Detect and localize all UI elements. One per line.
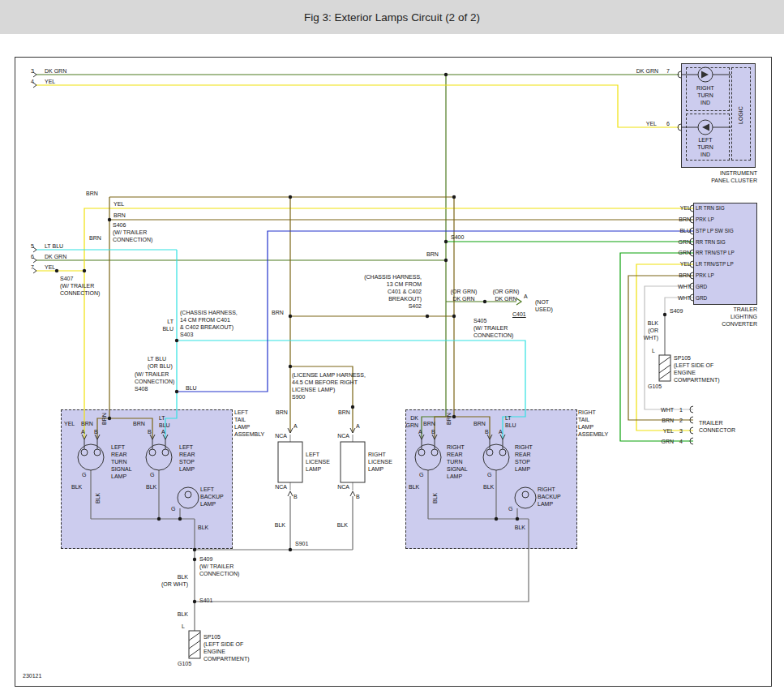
terminal-g: G <box>419 471 423 478</box>
wire-label-brn: BRN <box>276 409 288 416</box>
terminal-a: A <box>293 422 298 430</box>
wire-label-dk-grn: DK GRN <box>45 253 66 260</box>
wire-label-blk-or-wht: BLK (OR WHT) <box>154 573 188 588</box>
terminal-b: B <box>356 493 360 500</box>
terminal-g: G <box>150 471 154 478</box>
pin-number: 6 <box>24 253 34 260</box>
instrument-panel-cluster-caption: INSTRUMENT PANEL CLUSTER <box>688 169 757 184</box>
wire-label-yel: YEL <box>45 78 55 85</box>
trailer-lighting-converter-caption: TRAILER LIGHTING CONVERTER <box>696 306 757 328</box>
wire-label-lt-blu-or-blu: LT BLU (OR BLU) <box>148 355 173 370</box>
pin-number: 2 <box>679 418 688 423</box>
terminal-a: A <box>524 293 528 300</box>
terminal-g: G <box>487 471 491 478</box>
converter-signal: GRD <box>696 281 754 292</box>
wire-label-blk: BLK <box>431 493 439 503</box>
left-rear-turn-lamp-label: LEFT REAR TURN SIGNAL LAMP <box>111 443 132 480</box>
right-tail-assembly-caption: RIGHT TAIL LAMP ASSEMBLY <box>578 409 608 438</box>
wire-label-lt-blu: LT BLU <box>505 414 516 429</box>
wire-label-yel: YEL <box>114 200 124 208</box>
splice-s409-trailer: S409 (W/ TRAILER CONNECTION) <box>199 555 239 577</box>
wire-label-blk: BLK <box>94 493 101 503</box>
wire-label: BRN <box>649 270 691 281</box>
right-turn-indicator-label: RIGHT TURN IND <box>686 84 725 106</box>
wire-label: GRN <box>649 236 691 247</box>
splice-pack-sp105-label: SP105 (LEFT SIDE OF ENGINE COMPARTMENT) <box>203 633 250 662</box>
terminal-g: G <box>508 505 512 512</box>
wire-label-brn: BRN <box>89 234 101 242</box>
not-used-label: (NOT USED) <box>535 298 553 313</box>
pin-number: 4 <box>679 439 688 444</box>
terminal-g: G <box>82 471 86 478</box>
right-license-lamp-label: RIGHT LICENSE LAMP <box>368 451 392 473</box>
trailer-connector-row: GRN4 <box>645 436 688 447</box>
splice-pack-sp105-label: SP105 (LEFT SIDE OF ENGINE COMPARTMENT) <box>674 354 720 383</box>
wire-label-brn: BRN <box>86 190 98 197</box>
trailer-connector-row: WHT1 <box>645 405 688 415</box>
wire-label-dk-grn: DK GRN <box>45 67 66 75</box>
converter-signal: LR TRN SIG <box>696 203 754 214</box>
splice-s900-note: (LICENSE LAMP HARNESS, 44.5 CM BEFORE RI… <box>292 371 373 401</box>
terminal-b: B <box>148 428 152 435</box>
wire-label-brn: BRN <box>445 413 452 425</box>
wire-label-blk: BLK <box>409 483 419 491</box>
wire-label-brn: BRN <box>423 420 435 427</box>
left-turn-indicator-label: LEFT TURN IND <box>686 136 725 158</box>
ground-g105-label: G105 <box>648 383 662 390</box>
wire-label-dk-grn: DK GRN <box>404 414 418 429</box>
wiring-layer <box>0 0 784 694</box>
splice-s401: S401 <box>199 597 212 604</box>
terminal-a: A <box>499 428 503 435</box>
wire-label-blk: BLK <box>483 483 494 491</box>
wire-label-brn: BRN <box>426 251 439 258</box>
wire-label: WHT <box>649 281 691 292</box>
wire-label: GRN <box>649 247 691 259</box>
converter-signal-labels: LR TRN SIG PRK LP STP LP SW SIG RR TRN S… <box>696 203 754 303</box>
splice-s406: S406 (W/ TRAILER CONNECTION) <box>113 221 152 243</box>
wire-label-lt-blu: LT BLU <box>159 414 170 429</box>
splice-s901: S901 <box>295 540 308 547</box>
wire-label-nca: NCA <box>335 432 349 439</box>
wire-label-brn: BRN <box>338 409 350 416</box>
converter-signal: STP LP SW SIG <box>696 225 754 237</box>
pin-number: 3 <box>679 428 688 434</box>
terminal-l: L <box>182 623 185 630</box>
trailer-connector-row: YEL3 <box>645 426 688 436</box>
terminal-a: A <box>81 428 85 435</box>
splice-dots <box>55 73 666 603</box>
trailer-connector-caption: TRAILER CONNECTOR <box>699 419 735 434</box>
wire-label-nca: NCA <box>272 483 287 491</box>
converter-signal: PRK LP <box>696 270 754 281</box>
wire-label-blk: BLK <box>333 521 348 529</box>
wire-label-blk: BLK <box>169 610 188 618</box>
right-rear-turn-lamp-label: RIGHT REAR TURN SIGNAL LAMP <box>447 443 468 480</box>
wire-label-yel: YEL <box>45 263 55 271</box>
pin-number: 5 <box>24 242 34 250</box>
wire-label: GRN <box>661 439 674 444</box>
pin-number: 1 <box>679 407 688 413</box>
pin-number: 3 <box>24 67 34 75</box>
wire-label: YEL <box>663 428 674 434</box>
ground-g105-label: G105 <box>178 660 191 667</box>
pin-number: 4 <box>24 78 34 85</box>
splice-s400: S400 <box>451 233 464 241</box>
wire-label-brn: BRN <box>114 212 126 219</box>
converter-wire-labels: YEL BRN BLU GRN GRN YEL BRN WHT WHT <box>649 203 691 303</box>
wire-label-or-grn-dk-grn: (OR GRN) DK GRN <box>490 288 522 302</box>
wire-label-nca: NCA <box>272 432 287 439</box>
left-rear-stop-lamp-label: LEFT REAR STOP LAMP <box>179 443 195 473</box>
left-backup-lamp-label: LEFT BACKUP LAMP <box>200 486 224 508</box>
terminal-a: A <box>356 422 360 430</box>
converter-signal: GRD <box>696 292 754 303</box>
connector-c401: C401 <box>512 311 526 318</box>
cluster-pin-7: 7 <box>666 67 670 75</box>
terminal-b: B <box>94 428 98 435</box>
wire-label-lt-blu: LT BLU <box>159 318 174 332</box>
wire-label-lt-blu: LT BLU <box>45 242 63 250</box>
terminal-g: G <box>171 505 175 512</box>
left-license-lamp-label: LEFT LICENSE LAMP <box>306 451 330 473</box>
trailer-connector-row: BRN2 <box>645 415 688 426</box>
right-rear-stop-lamp-label: RIGHT REAR STOP LAMP <box>515 443 533 473</box>
splice-s407: S407 (W/ TRAILER CONNECTION) <box>60 275 100 297</box>
wire-label-nca: NCA <box>335 483 349 491</box>
